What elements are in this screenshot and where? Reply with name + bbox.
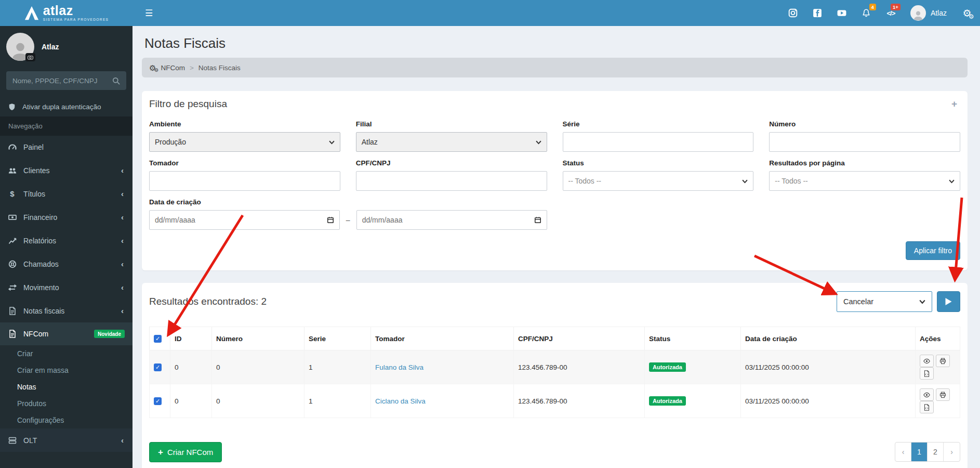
- serie-input[interactable]: [563, 132, 754, 152]
- client-search-box: [6, 71, 126, 90]
- print-button[interactable]: [936, 388, 950, 401]
- server-icon: [8, 436, 17, 445]
- user-name-label: Atlaz: [931, 9, 947, 17]
- printer-icon: [939, 358, 946, 365]
- sidebar-item-olt[interactable]: OLT ‹: [0, 428, 133, 452]
- sidebar-user-panel: Atlaz: [0, 26, 133, 67]
- col-numero: Número: [212, 327, 304, 350]
- filter-panel: Filtro de pesquisa + Ambiente Produção F…: [142, 91, 968, 270]
- chevron-down-icon: [329, 138, 335, 146]
- results-table: ✓ ID Número Serie Tomador CPF/CNPJ Statu…: [149, 327, 960, 418]
- instagram-icon[interactable]: [781, 0, 805, 26]
- tomador-link[interactable]: Ciclano da Silva: [375, 397, 426, 405]
- date-range-label: Data de criação: [149, 198, 547, 206]
- status-badge: Autorizada: [649, 396, 686, 406]
- submenu-item-criar[interactable]: Criar: [0, 345, 133, 362]
- tomador-label: Tomador: [149, 159, 340, 167]
- pagination-page-1[interactable]: 1: [911, 443, 928, 461]
- breadcrumb: ⚙⚙ NFCom > Notas Fiscais: [142, 58, 968, 77]
- novidade-badge: Novidade: [94, 330, 125, 338]
- results-title: Resultados encontrados: 2: [149, 296, 267, 307]
- collapse-toggle-icon[interactable]: +: [948, 98, 960, 110]
- pagination-page-2[interactable]: 2: [928, 443, 944, 461]
- tomador-input[interactable]: [149, 171, 340, 191]
- sidebar-item-nfcom[interactable]: NFCom Novidade: [0, 322, 133, 345]
- calendar-icon[interactable]: [327, 216, 334, 224]
- xml-file-button[interactable]: [920, 401, 934, 413]
- nfcom-submenu: Criar Criar em massa Notas Produtos Conf…: [0, 345, 133, 428]
- user-menu[interactable]: Atlaz: [903, 5, 954, 21]
- breadcrumb-root[interactable]: NFCom: [161, 64, 185, 72]
- sidebar-item-notas-fiscais[interactable]: Notas fiscais ‹: [0, 299, 133, 322]
- brand-logo[interactable]: atlaz SISTEMA PARA PROVEDORES: [0, 0, 133, 26]
- camera-icon[interactable]: [25, 53, 35, 61]
- per-page-label: Resultados por página: [769, 159, 960, 167]
- nav-section-header: Navegação: [0, 116, 133, 136]
- submenu-item-criar-em-massa[interactable]: Criar em massa: [0, 362, 133, 379]
- submenu-item-produtos[interactable]: Produtos: [0, 395, 133, 412]
- print-button[interactable]: [936, 355, 950, 367]
- dev-code-icon[interactable]: </> 1+: [879, 0, 903, 26]
- sidebar-item-chamados[interactable]: Chamados ‹: [0, 252, 133, 276]
- sidebar-item-painel[interactable]: Painel: [0, 136, 133, 159]
- bulk-action-select[interactable]: Cancelar: [837, 291, 932, 312]
- life-ring-icon: [8, 260, 17, 268]
- notifications-bell-icon[interactable]: 4: [854, 0, 879, 26]
- apply-filter-button[interactable]: Aplicar filtro: [906, 241, 960, 260]
- file-icon: [8, 307, 17, 315]
- chevron-left-icon: ‹: [121, 306, 124, 315]
- chevron-left-icon: ‹: [121, 436, 124, 445]
- tomador-link[interactable]: Fulano da Silva: [375, 363, 423, 371]
- client-search-input[interactable]: [12, 77, 112, 85]
- xml-file-button[interactable]: [920, 367, 934, 380]
- sidebar-user-name: Atlaz: [42, 43, 59, 51]
- numero-input[interactable]: [769, 132, 960, 152]
- pagination-next[interactable]: ›: [944, 443, 960, 461]
- sidebar-item-titulos[interactable]: $ Títulos ‹: [0, 182, 133, 205]
- create-nfcom-button[interactable]: + Criar NFCom: [149, 442, 222, 462]
- file-icon: [8, 330, 17, 338]
- status-select[interactable]: -- Todos --: [563, 171, 754, 191]
- money-icon: [8, 213, 17, 222]
- two-factor-item[interactable]: Ativar dupla autenticação: [0, 97, 133, 116]
- brand-name: atlaz: [43, 4, 109, 17]
- table-header-row: ✓ ID Número Serie Tomador CPF/CNPJ Statu…: [150, 327, 960, 350]
- status-badge: Autorizada: [649, 362, 686, 372]
- view-button[interactable]: [920, 388, 934, 401]
- pagination-prev[interactable]: ‹: [895, 443, 911, 461]
- ambiente-select[interactable]: Produção: [149, 132, 340, 152]
- date-start-input[interactable]: dd/mm/aaaa: [149, 210, 340, 230]
- select-all-checkbox[interactable]: ✓: [154, 335, 162, 343]
- submenu-item-configuracoes[interactable]: Configurações: [0, 412, 133, 428]
- row-checkbox[interactable]: ✓: [154, 363, 162, 371]
- ambiente-label: Ambiente: [149, 120, 340, 128]
- sidebar-avatar[interactable]: [6, 33, 34, 61]
- sidebar-toggle-icon[interactable]: ☰: [133, 8, 165, 19]
- results-panel: Resultados encontrados: 2 Cancelar: [142, 283, 968, 468]
- settings-gears-icon[interactable]: ⚙⚙: [954, 0, 980, 26]
- row-checkbox[interactable]: ✓: [154, 397, 162, 405]
- col-tomador: Tomador: [371, 327, 514, 350]
- sidebar-item-movimento[interactable]: Movimento ‹: [0, 276, 133, 299]
- run-bulk-action-button[interactable]: [937, 291, 960, 312]
- per-page-select[interactable]: -- Todos --: [769, 171, 960, 191]
- date-end-input[interactable]: dd/mm/aaaa: [356, 210, 547, 230]
- chevron-left-icon: ‹: [121, 166, 124, 175]
- sidebar-item-clientes[interactable]: Clientes ‹: [0, 159, 133, 182]
- printer-icon: [939, 392, 946, 398]
- pagination: ‹ 1 2 ›: [895, 442, 960, 462]
- plus-icon: +: [158, 448, 163, 457]
- facebook-icon[interactable]: [805, 0, 830, 26]
- youtube-icon[interactable]: [830, 0, 854, 26]
- view-button[interactable]: [920, 355, 934, 367]
- sidebar-item-financeiro[interactable]: Financeiro ‹: [0, 205, 133, 229]
- col-serie: Serie: [304, 327, 371, 350]
- search-icon[interactable]: [112, 77, 120, 85]
- cpf-cnpj-input[interactable]: [356, 171, 547, 191]
- filial-select[interactable]: Atlaz: [356, 132, 547, 152]
- chevron-left-icon: ‹: [121, 236, 124, 245]
- submenu-item-notas[interactable]: Notas: [0, 379, 133, 395]
- calendar-icon[interactable]: [534, 216, 541, 224]
- sidebar-item-relatorios[interactable]: Relatórios ‹: [0, 229, 133, 252]
- table-row: ✓ 0 0 1 Ciclano da Silva 123.456.789-00 …: [150, 384, 960, 418]
